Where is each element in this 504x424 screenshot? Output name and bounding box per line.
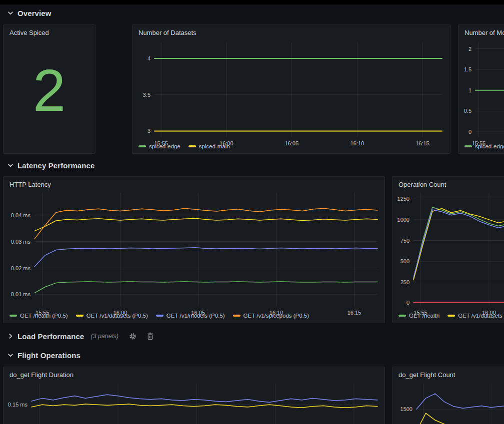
panel-title[interactable]: HTTP Latency xyxy=(4,177,384,189)
svg-text:16:05: 16:05 xyxy=(285,140,299,146)
svg-text:15:55: 15:55 xyxy=(36,310,50,316)
svg-text:16:05: 16:05 xyxy=(191,310,205,316)
panel-do-get-flight-duration: do_get Flight Duration 0.15 ms15:5516:00… xyxy=(3,367,385,424)
svg-text:0.15 ms: 0.15 ms xyxy=(8,402,28,408)
panel-number-of-datasets: Number of Datasets 33.5415:5516:0016:051… xyxy=(132,24,450,154)
section-row-latency-performance[interactable]: Latency Performance xyxy=(7,160,94,171)
svg-text:0.01 ms: 0.01 ms xyxy=(11,291,31,297)
panel-title[interactable]: Active Spiced xyxy=(4,25,95,37)
chart-do-get-flight-count[interactable]: 150015:5516:0016:0516:1016:15 xyxy=(392,380,504,424)
panel-title[interactable]: do_get Flight Count xyxy=(392,367,504,380)
svg-text:500: 500 xyxy=(400,258,410,264)
svg-text:1: 1 xyxy=(468,87,472,93)
top-bar xyxy=(0,0,504,4)
svg-text:16:10: 16:10 xyxy=(270,310,284,316)
svg-text:15:55: 15:55 xyxy=(472,140,486,146)
svg-text:16:10: 16:10 xyxy=(350,140,364,146)
chart-do-get-flight-duration[interactable]: 0.15 ms15:5516:0016:0516:1016:15 xyxy=(4,380,384,424)
chart-operation-count[interactable]: 02505007501000125015:5516:0016:0516:1016… xyxy=(392,189,504,312)
svg-text:16:00: 16:00 xyxy=(114,310,128,316)
svg-text:250: 250 xyxy=(400,279,410,285)
section-row-load-performance[interactable]: Load Performance (3 panels) xyxy=(7,331,154,342)
svg-text:2: 2 xyxy=(468,46,472,52)
panel-do-get-flight-count: do_get Flight Count 150015:5516:0016:051… xyxy=(392,367,504,424)
chart-http-latency[interactable]: 0.01 ms0.02 ms0.03 ms0.04 ms15:5516:0016… xyxy=(4,189,384,312)
svg-text:1500: 1500 xyxy=(400,406,412,412)
svg-text:1.5: 1.5 xyxy=(464,66,472,72)
panel-number-of-models: Number of Models 00.511.5215:5516:0016:0… xyxy=(458,24,504,154)
section-row-overview[interactable]: Overview xyxy=(7,7,52,18)
svg-text:0.04 ms: 0.04 ms xyxy=(11,212,31,218)
section-title-flight-operations: Flight Operations xyxy=(18,351,80,360)
panel-title[interactable]: do_get Flight Duration xyxy=(4,367,384,380)
chevron-down-icon xyxy=(7,352,14,359)
stat-value: 2 xyxy=(4,37,95,153)
svg-text:1250: 1250 xyxy=(398,196,410,202)
svg-text:15:55: 15:55 xyxy=(154,140,168,146)
panel-title[interactable]: Number of Models xyxy=(458,25,504,37)
svg-text:0: 0 xyxy=(406,300,410,306)
chevron-down-icon xyxy=(7,162,14,169)
panel-title[interactable]: Number of Datasets xyxy=(132,25,450,37)
panel-http-latency: HTTP Latency 0.01 ms0.02 ms0.03 ms0.04 m… xyxy=(3,176,385,323)
section-title-overview: Overview xyxy=(18,9,52,17)
svg-text:1000: 1000 xyxy=(398,217,410,223)
chevron-right-icon xyxy=(7,333,14,340)
svg-text:16:00: 16:00 xyxy=(482,310,496,316)
chart-number-of-datasets[interactable]: 33.5415:5516:0016:0516:1016:15 xyxy=(132,37,450,143)
panel-operation-count: Operation Count 02505007501000125015:551… xyxy=(392,176,504,323)
svg-text:3.5: 3.5 xyxy=(143,92,150,98)
chart-number-of-models[interactable]: 00.511.5215:5516:0016:0516:1016:15 xyxy=(458,37,504,143)
panel-active-spiced: Active Spiced 2 xyxy=(3,24,96,154)
panel-title[interactable]: Operation Count xyxy=(392,177,504,189)
section-title-latency-performance: Latency Performance xyxy=(18,161,94,170)
trash-icon[interactable] xyxy=(147,333,154,340)
svg-text:0.5: 0.5 xyxy=(464,108,472,114)
svg-text:0.02 ms: 0.02 ms xyxy=(11,265,31,271)
svg-text:16:15: 16:15 xyxy=(416,140,430,146)
panels-count-note: (3 panels) xyxy=(90,333,118,340)
svg-text:15:55: 15:55 xyxy=(414,310,428,316)
svg-text:3: 3 xyxy=(148,128,150,134)
svg-text:4: 4 xyxy=(148,55,150,61)
gear-icon[interactable] xyxy=(129,333,136,340)
svg-text:16:15: 16:15 xyxy=(348,310,362,316)
chevron-down-icon xyxy=(7,9,14,16)
svg-text:750: 750 xyxy=(400,238,410,244)
svg-text:0: 0 xyxy=(468,129,472,135)
section-title-load-performance: Load Performance xyxy=(18,332,84,341)
svg-text:0.03 ms: 0.03 ms xyxy=(11,239,31,245)
svg-text:16:00: 16:00 xyxy=(220,140,234,146)
section-row-flight-operations[interactable]: Flight Operations xyxy=(7,350,80,361)
